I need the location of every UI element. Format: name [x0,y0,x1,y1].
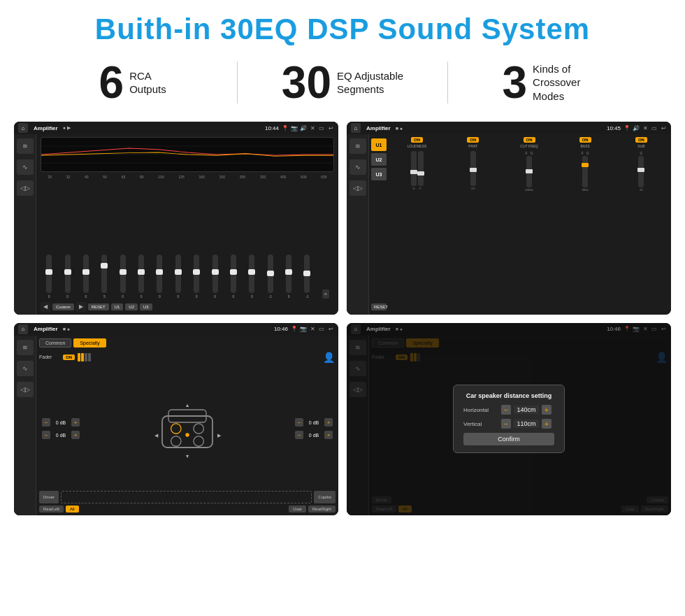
confirm-button[interactable]: Confirm [463,433,554,445]
dsp-sidebar-btn-2[interactable]: ∿ [349,159,366,175]
dsp-volume-icon: 🔊 [633,124,640,131]
stat-rca-number: 6 [99,60,124,105]
btn-all[interactable]: All [66,506,79,513]
volume-icon: 🔊 [300,124,307,131]
dsp-u3-btn[interactable]: U3 [371,168,387,180]
freq-80: 80 [140,175,144,179]
dsp-sub-label: SUB [637,144,644,148]
btn-user[interactable]: User [289,506,306,513]
stat-rca: 6 RCAOutputs [42,60,223,105]
dialog-vertical-plus[interactable]: + [542,419,551,429]
fader-minimize-icon: ▭ [318,326,325,333]
btn-rearright[interactable]: RearRight [308,506,336,513]
bar-4 [88,353,91,361]
eq-next-btn-2[interactable]: ▶ [76,302,86,312]
wave-icon: ∿ [22,164,28,171]
db-minus-bl[interactable]: − [42,431,50,439]
tab-specialty[interactable]: Specialty [73,338,106,348]
fader-main-area: Common Specialty Fader ON 👤 [36,336,338,516]
fader-sidebar-btn-3[interactable]: ◁▷ [17,382,34,397]
db-val-bl: 0 dB [52,433,69,438]
dsp-loudness-toggle[interactable]: ON [411,137,423,143]
eq-u3-btn[interactable]: U3 [140,303,152,310]
car-svg: ▲ ▼ ◀ ▶ [145,397,229,460]
eq-freq-labels: 25 32 40 50 63 80 100 125 160 200 250 32… [41,175,334,179]
dsp-sub-toggle[interactable]: ON [635,137,647,143]
eq-slider-5: 0 [133,255,150,299]
dsp-u1-btn[interactable]: U1 [371,138,387,151]
stat-crossover-number: 3 [503,60,528,105]
fader-location-icon: 📍 [291,326,298,333]
dsp-u2-btn[interactable]: U2 [371,153,387,166]
svg-text:▼: ▼ [185,454,189,460]
eq-slider-14: -1 [298,255,315,299]
bar-2 [81,353,84,361]
db-val-br: 0 dB [305,433,322,438]
eq-sidebar-btn-2[interactable]: ∿ [17,159,34,175]
fader-camera-icon: 📷 [300,326,307,333]
db-row-bl: − 0 dB + [42,431,80,439]
fader-sidebar-btn-1[interactable]: ≋ [17,340,34,355]
svg-rect-3 [162,416,212,447]
fader-toggle[interactable]: ON [63,354,75,360]
fader-speaker-icon: ◁▷ [20,386,30,393]
svg-point-8 [194,436,203,446]
dsp-cutfreq-toggle[interactable]: ON [524,137,535,143]
eq-slider-0: 0 [41,255,57,299]
dsp-bass-toggle[interactable]: ON [579,137,591,143]
fader-home-icon[interactable]: ⌂ [18,324,28,334]
eq-custom-btn[interactable]: Custom [52,303,74,310]
db-plus-tr[interactable]: + [324,418,333,427]
db-row-br: − 0 dB + [295,431,333,439]
eq-next-btn[interactable]: » [317,289,334,299]
db-minus-br[interactable]: − [295,431,303,439]
db-plus-tl[interactable]: + [71,418,80,427]
dsp-app-name: Amplifier [366,125,391,131]
dsp-sidebar-btn-1[interactable]: ≋ [349,138,366,154]
eq-slider-10: 0 [225,255,242,299]
tab-common[interactable]: Common [39,338,71,348]
eq-u1-btn[interactable]: U1 [111,303,124,310]
bar-3 [85,353,87,361]
btn-copilot[interactable]: Copilot [314,491,336,503]
eq-reset-btn[interactable]: RESET [88,303,109,310]
location-icon: 📍 [282,124,289,131]
btn-driver[interactable]: Driver [39,491,59,503]
camera-icon: 📷 [291,124,298,131]
db-minus-tr[interactable]: − [295,418,303,427]
dsp-phat-toggle[interactable]: ON [467,137,479,143]
fader-time: 10:46 [274,326,288,332]
fader-close-icon: ✕ [309,326,316,333]
eq-sidebar-btn-3[interactable]: ◁▷ [17,180,34,196]
stat-divider-1 [237,62,238,103]
dialog-title: Car speaker distance setting [463,392,554,399]
dsp-sidebar-btn-3[interactable]: ◁▷ [349,180,366,196]
dsp-reset-btn[interactable]: RESET [371,303,387,310]
fader-sidebar: ≋ ∿ ◁▷ [14,336,36,516]
dialog-vertical-minus[interactable]: − [501,419,511,429]
eq-slider-9: 0 [206,255,223,299]
eq-graph [41,137,334,172]
back-icon: ↩ [327,124,334,131]
eq-u2-btn[interactable]: U2 [125,303,138,310]
home-icon[interactable]: ⌂ [18,123,28,133]
btn-rearleft[interactable]: RearLeft [39,506,64,513]
eq-prev-btn[interactable]: ◀ [41,302,50,312]
stat-rca-label: RCAOutputs [129,69,166,96]
dsp-back-icon: ↩ [660,124,667,131]
dsp-home-icon[interactable]: ⌂ [351,123,361,133]
left-db-controls: − 0 dB + − 0 dB + [42,418,80,439]
eq-sidebar-btn-1[interactable]: ≋ [17,138,34,154]
dialog-horizontal-minus[interactable]: − [501,405,511,415]
dsp-close-icon: ✕ [642,124,649,131]
fader-sidebar-btn-2[interactable]: ∿ [17,361,34,376]
dsp-status-icons: 📍 🔊 ✕ ▭ ↩ [623,124,667,131]
dsp-wave-icon: ∿ [355,164,361,171]
freq-100: 100 [158,175,164,179]
db-minus-tl[interactable]: − [42,418,50,427]
dialog-horizontal-plus[interactable]: + [542,405,551,415]
dialog-horizontal-row: Horizontal − 140cm + [463,405,554,415]
db-plus-br[interactable]: + [324,431,333,439]
freq-160: 160 [199,175,205,179]
db-plus-bl[interactable]: + [71,431,80,439]
